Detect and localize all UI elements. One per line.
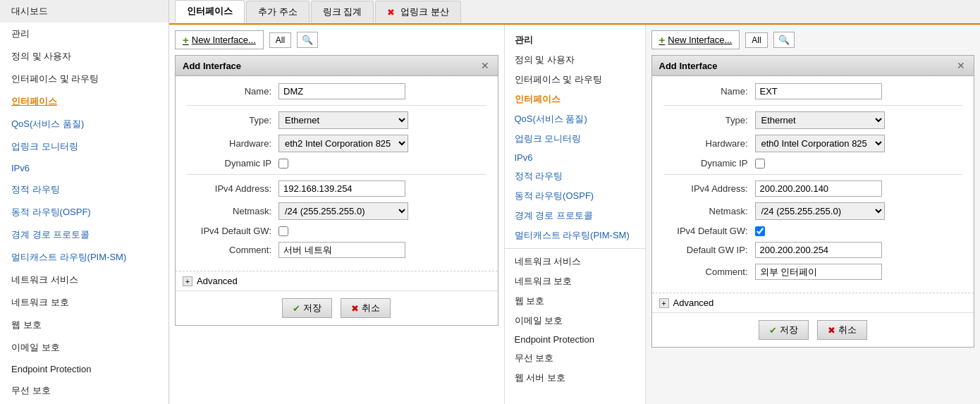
sidebar-item-ipv6[interactable]: IPv6 [0, 158, 169, 178]
left-advanced-row[interactable]: + Advanced [176, 271, 498, 290]
right-new-interface-button[interactable]: + New Interface... [651, 30, 740, 49]
right-save-icon: ✔ [769, 325, 777, 336]
left-hardware-label: Hardware: [187, 138, 278, 149]
left-type-row: Type: Ethernet [187, 111, 486, 129]
left-netmask-label: Netmask: [187, 206, 278, 216]
right-name-row: Name: [663, 83, 963, 99]
left-ipv4-address-input[interactable] [278, 180, 405, 197]
left-save-button[interactable]: ✔ 저장 [282, 298, 332, 318]
sidebar-item-email-protection[interactable]: 이메일 보호 [0, 336, 169, 359]
right-ipv4-gw-checkbox[interactable] [755, 226, 765, 236]
left-type-select[interactable]: Ethernet [278, 111, 408, 129]
tab-additional-address[interactable]: 추가 주소 [246, 1, 310, 23]
left-cancel-button[interactable]: ✖ 취소 [341, 298, 391, 318]
middle-nav-interface[interactable]: 인터페이스 [505, 90, 645, 109]
middle-nav-interface-routing[interactable]: 인터페이스 및 라우팅 [505, 70, 645, 90]
right-cancel-button[interactable]: ✖ 취소 [817, 320, 867, 340]
left-new-interface-button[interactable]: + New Interface... [175, 30, 264, 49]
sidebar-item-management[interactable]: 관리 [0, 23, 169, 45]
middle-nav: 관리 정의 및 사용자 인터페이스 및 라우팅 인터페이스 QoS(서비스 품질… [505, 25, 646, 404]
right-type-select[interactable]: Ethernet [755, 111, 885, 129]
left-name-row: Name: [187, 83, 486, 99]
middle-nav-endpoint-protection[interactable]: Endpoint Protection [505, 331, 645, 348]
right-comment-input[interactable] [755, 264, 882, 280]
right-hardware-row: Hardware: eth0 Intel Corporation 825 [663, 135, 963, 152]
main-content: 인터페이스 추가 주소 링크 집계 ✖ 업링크 분산 + New Interfa… [169, 0, 980, 404]
left-dynamic-ip-checkbox[interactable] [278, 159, 288, 169]
right-type-row: Type: Ethernet [663, 111, 963, 129]
right-plus-icon: + [659, 34, 666, 46]
left-comment-input[interactable] [278, 242, 405, 258]
right-ipv4-address-row: IPv4 Address: [663, 180, 963, 197]
left-netmask-select[interactable]: /24 (255.255.255.0) [278, 202, 408, 220]
middle-nav-border-routing[interactable]: 경계 경로 프로토콜 [505, 206, 645, 226]
sidebar-item-web-protection[interactable]: 웹 보호 [0, 314, 169, 336]
middle-nav-email-protection[interactable]: 이메일 보호 [505, 311, 645, 331]
plus-icon: + [183, 34, 189, 46]
tab-link-aggregation[interactable]: 링크 집계 [311, 1, 374, 23]
sidebar-item-definitions-users[interactable]: 정의 및 사용자 [0, 45, 169, 68]
left-ipv4-gw-checkbox[interactable] [278, 226, 288, 236]
tab-uplink-distribution[interactable]: ✖ 업링크 분산 [375, 1, 461, 23]
middle-nav-definitions-users[interactable]: 정의 및 사용자 [505, 50, 645, 70]
sidebar-item-network-service: 네트워크 서비스 [0, 269, 169, 291]
left-name-input[interactable] [278, 83, 405, 99]
sidebar-item-interface[interactable]: 인터페이스 [0, 90, 169, 113]
left-panel: + New Interface... All 🔍 Add Interface ✕… [169, 25, 505, 404]
left-netmask-row: Netmask: /24 (255.255.255.0) [187, 202, 486, 220]
sidebar-item-uplink-monitor[interactable]: 업링크 모니터링 [0, 135, 169, 158]
left-save-icon: ✔ [293, 303, 300, 314]
right-default-gw-ip-input[interactable] [755, 242, 882, 258]
tab-close-icon[interactable]: ✖ [387, 7, 395, 18]
middle-nav-ipv6[interactable]: IPv6 [505, 149, 645, 166]
middle-nav-qos[interactable]: QoS(서비스 품질) [505, 109, 645, 129]
sidebar-item-border-routing[interactable]: 경계 경로 프로토콜 [0, 224, 169, 246]
left-ipv4-gw-label: IPv4 Default GW: [187, 226, 278, 236]
right-dynamic-ip-label: Dynamic IP [663, 158, 755, 169]
left-hardware-select[interactable]: eth2 Intel Corporation 825 [278, 135, 408, 152]
right-add-interface-header: Add Interface ✕ [652, 56, 974, 76]
right-form-body: Name: Type: Ethernet Hardware: eth0 Inte… [652, 76, 974, 293]
sidebar-item-qos[interactable]: QoS(서비스 품질) [0, 113, 169, 135]
right-netmask-select[interactable]: /24 (255.255.255.0) [755, 202, 885, 220]
middle-nav-wireless-protection[interactable]: 무선 보호 [505, 348, 645, 368]
right-netmask-row: Netmask: /24 (255.255.255.0) [663, 202, 963, 220]
middle-nav-multicast-routing[interactable]: 멀티캐스트 라우팅(PIM-SM) [505, 226, 645, 245]
middle-nav-network-protection[interactable]: 네트워크 보호 [505, 271, 645, 291]
right-search-button[interactable]: 🔍 [773, 32, 795, 48]
middle-nav-static-routing[interactable]: 정적 라우팅 [505, 166, 645, 186]
right-ipv4-address-input[interactable] [755, 180, 882, 197]
right-add-interface-card: Add Interface ✕ Name: Type: Ethernet [651, 55, 975, 348]
right-hardware-select[interactable]: eth0 Intel Corporation 825 [755, 135, 885, 152]
sidebar-item-static-routing[interactable]: 정적 라우팅 [0, 178, 169, 201]
sidebar-item-network-protection[interactable]: 네트워크 보호 [0, 291, 169, 314]
right-dynamic-ip-checkbox[interactable] [755, 159, 765, 169]
sidebar-item-dynamic-routing-ospf[interactable]: 동적 라우팅(OSPF) [0, 201, 169, 224]
right-all-button[interactable]: All [745, 32, 767, 48]
left-all-button[interactable]: All [269, 32, 291, 48]
sidebar-item-dashboard[interactable]: 대시보드 [0, 0, 169, 23]
middle-nav-uplink-monitor[interactable]: 업링크 모니터링 [505, 129, 645, 149]
left-search-button[interactable]: 🔍 [297, 32, 318, 48]
right-name-input[interactable] [755, 83, 882, 99]
sidebar-item-multicast-routing[interactable]: 멀티캐스트 라우팅(PIM-SM) [0, 246, 169, 269]
left-cancel-icon: ✖ [351, 303, 359, 314]
sidebar-item-endpoint-protection[interactable]: Endpoint Protection [0, 359, 169, 379]
middle-nav-dynamic-routing[interactable]: 동적 라우팅(OSPF) [505, 186, 645, 206]
right-save-button[interactable]: ✔ 저장 [759, 320, 809, 340]
left-name-label: Name: [187, 86, 278, 97]
right-hardware-label: Hardware: [663, 138, 755, 149]
left-ipv4-gw-row: IPv4 Default GW: [187, 226, 486, 236]
left-dynamic-ip-row: Dynamic IP [187, 158, 486, 169]
right-name-label: Name: [663, 86, 755, 97]
tab-interface[interactable]: 인터페이스 [175, 0, 245, 23]
middle-nav-web-protection[interactable]: 웹 보호 [505, 291, 645, 311]
middle-nav-network-service[interactable]: 네트워크 서비스 [505, 252, 645, 271]
right-advanced-row[interactable]: + Advanced [652, 293, 974, 312]
sidebar-item-wireless-protection[interactable]: 무선 보호 [0, 379, 169, 402]
right-ipv4-gw-row: IPv4 Default GW: [663, 226, 963, 236]
left-advanced-label: Advanced [197, 276, 238, 286]
left-close-button[interactable]: ✕ [479, 60, 491, 71]
right-close-button[interactable]: ✕ [955, 60, 967, 71]
middle-nav-web-server-protection[interactable]: 웹 서버 보호 [505, 368, 645, 388]
